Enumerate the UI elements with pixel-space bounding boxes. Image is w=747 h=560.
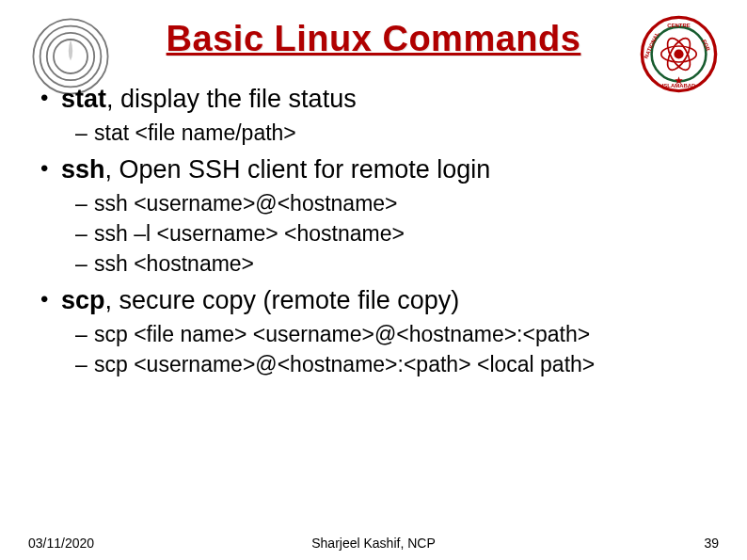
command-name: ssh	[61, 155, 105, 184]
sub-bullet-item: scp <file name> <username>@<hostname>:<p…	[94, 321, 719, 349]
svg-point-11	[674, 49, 683, 58]
bullet-item: stat, display the file status	[61, 83, 719, 116]
footer-page-number: 39	[704, 536, 719, 551]
slide-header: ⋯ Basic Linux Commands CENTRE NATIONAL F…	[28, 19, 719, 59]
bullet-group: stat, display the file status stat <file…	[33, 83, 719, 148]
slide-title: Basic Linux Commands	[167, 19, 581, 59]
svg-text:CENTRE: CENTRE	[667, 23, 690, 28]
sub-bullet-item: stat <file name/path>	[94, 120, 719, 148]
command-desc: , display the file status	[106, 85, 357, 113]
slide-container: ⋯ Basic Linux Commands CENTRE NATIONAL F…	[0, 0, 747, 560]
bullet-item: scp, secure copy (remote file copy)	[61, 284, 719, 317]
slide-footer: 03/11/2020 Sharjeel Kashif, NCP 39	[28, 536, 719, 551]
sub-bullet-item: scp <username>@<hostname>:<path> <local …	[94, 351, 719, 379]
command-name: scp	[61, 286, 105, 314]
sub-bullet-item: ssh –l <username> <hostname>	[94, 220, 719, 248]
command-desc: , Open SSH client for remote login	[105, 155, 491, 184]
sub-bullet-item: ssh <hostname>	[94, 250, 719, 279]
footer-author: Sharjeel Kashif, NCP	[311, 536, 436, 551]
slide-content: stat, display the file status stat <file…	[28, 83, 719, 379]
command-desc: , secure copy (remote file copy)	[105, 286, 460, 314]
bullet-item: ssh, Open SSH client for remote login	[61, 153, 719, 186]
command-name: stat	[61, 85, 106, 113]
footer-date: 03/11/2020	[28, 536, 94, 551]
bullet-group: scp, secure copy (remote file copy) scp …	[33, 284, 719, 379]
bullet-group: ssh, Open SSH client for remote login ss…	[33, 153, 719, 279]
sub-bullet-item: ssh <username>@<hostname>	[94, 190, 719, 218]
